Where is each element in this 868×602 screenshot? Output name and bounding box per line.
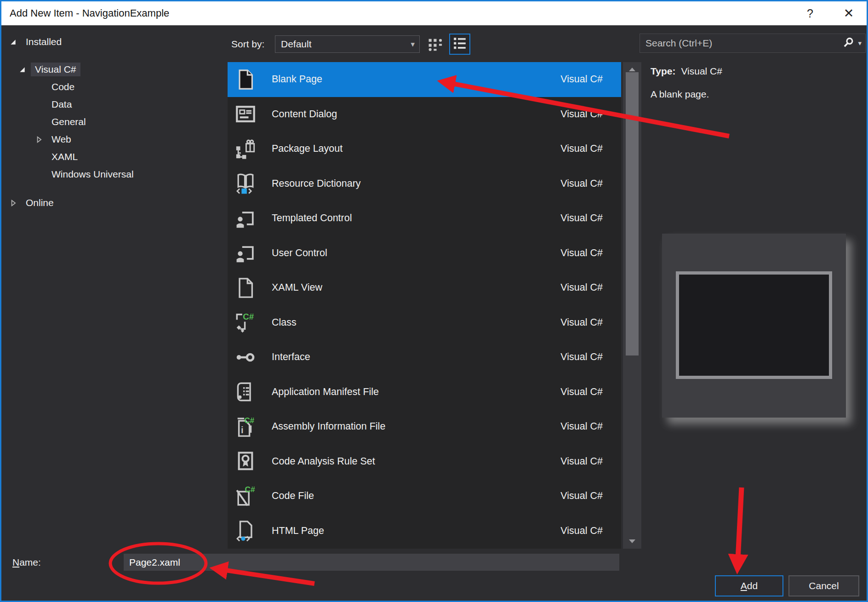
small-icons-view-icon — [428, 37, 444, 54]
tree-item-code[interactable]: Code — [1, 78, 227, 96]
content-dialog-icon — [235, 103, 256, 125]
type-label: Type: — [651, 66, 675, 76]
add-button[interactable]: Add — [715, 575, 783, 596]
template-item-name: Content Dialog — [272, 109, 337, 120]
template-item-name: Templated Control — [272, 212, 352, 224]
user-control-icon — [235, 242, 256, 264]
template-item-name: Code File — [272, 490, 314, 502]
list-view-button[interactable] — [449, 34, 470, 55]
annotation-arrow-name-field — [223, 570, 314, 584]
list-view-icon — [452, 36, 467, 52]
annotation-arrow-add-button — [738, 487, 742, 559]
help-button[interactable]: ? — [796, 1, 824, 25]
preview-page-frame — [676, 271, 832, 379]
add-new-item-dialog: Add New Item - NavigationExample ? ✕ Ins… — [0, 0, 868, 602]
template-item-type: Visual C# — [560, 212, 603, 224]
template-list: Blank Page Visual C# Content Dialog Visu… — [228, 62, 621, 549]
search-icon[interactable] — [843, 36, 855, 50]
tree-item-data[interactable]: Data — [1, 96, 227, 113]
tree-item-label: General — [47, 115, 90, 129]
vertical-scrollbar[interactable] — [623, 62, 641, 549]
template-item-name: Code Analysis Rule Set — [272, 456, 375, 467]
class-icon: C# — [235, 312, 256, 333]
search-box: ▾ — [640, 34, 866, 53]
type-value: Visual C# — [681, 66, 722, 76]
search-options-chevron-icon[interactable]: ▾ — [858, 39, 862, 47]
template-item-name: Application Manifest File — [272, 386, 379, 398]
tree-item-label: Code — [47, 80, 79, 94]
template-item-name: Resource Dictionary — [272, 178, 361, 189]
tree-item-label: Visual C# — [31, 63, 80, 76]
tree-item-general[interactable]: General — [1, 113, 227, 131]
template-preview-image — [662, 234, 846, 418]
template-item-type: Visual C# — [560, 109, 603, 120]
html-page-icon — [235, 520, 256, 541]
expander-icon[interactable] — [10, 200, 22, 206]
scroll-down-button[interactable] — [623, 536, 641, 547]
template-item-name: User Control — [272, 247, 327, 259]
template-item-name: Blank Page — [272, 74, 322, 85]
name-label: Name: — [12, 557, 41, 568]
cancel-button[interactable]: Cancel — [788, 575, 859, 596]
template-item-name: XAML View — [272, 282, 322, 293]
template-item-templated-control[interactable]: Templated Control Visual C# — [228, 201, 621, 236]
category-tree: Installed Visual C# Code Data General We… — [1, 27, 227, 545]
xaml-view-icon — [235, 277, 256, 298]
template-item-type: Visual C# — [560, 247, 603, 259]
name-input[interactable] — [124, 554, 619, 571]
sort-by-label: Sort by: — [231, 39, 264, 50]
template-item-class[interactable]: C# Class Visual C# — [228, 305, 621, 340]
interface-icon — [235, 347, 256, 368]
search-input[interactable] — [640, 37, 843, 49]
tree-item-windows-universal[interactable]: Windows Universal — [1, 166, 227, 183]
tree-item-installed[interactable]: Installed — [1, 33, 227, 51]
small-icons-view-button[interactable] — [426, 36, 445, 55]
svg-text:C#: C# — [244, 416, 254, 425]
template-item-type: Visual C# — [560, 143, 603, 155]
tree-item-label: Windows Universal — [47, 167, 138, 181]
template-item-xaml-view[interactable]: XAML View Visual C# — [228, 270, 621, 305]
template-item-content-dialog[interactable]: Content Dialog Visual C# — [228, 97, 621, 132]
template-item-name: Interface — [272, 351, 310, 363]
template-item-type: Visual C# — [560, 317, 603, 328]
expander-icon[interactable] — [35, 136, 47, 143]
package-layout-icon — [235, 138, 256, 160]
template-item-type: Visual C# — [560, 178, 603, 189]
template-item-type: Visual C# — [560, 282, 603, 293]
tree-item-label: Data — [47, 97, 76, 111]
template-item-html-page[interactable]: HTML Page Visual C# — [228, 514, 621, 549]
close-icon[interactable]: ✕ — [834, 1, 863, 25]
template-item-user-control[interactable]: User Control Visual C# — [228, 236, 621, 271]
template-item-assembly-info[interactable]: iC# Assembly Information File Visual C# — [228, 409, 621, 444]
template-item-code-analysis[interactable]: Code Analysis Rule Set Visual C# — [228, 444, 621, 479]
template-item-type: Visual C# — [560, 490, 603, 502]
template-item-code-file[interactable]: C# Code File Visual C# — [228, 479, 621, 514]
tree-item-label: Installed — [22, 35, 66, 49]
tree-item-web[interactable]: Web — [1, 131, 227, 148]
template-item-resource-dictionary[interactable]: Resource Dictionary Visual C# — [228, 166, 621, 201]
svg-text:C#: C# — [245, 486, 255, 494]
scrollbar-thumb[interactable] — [626, 72, 639, 355]
svg-text:i: i — [241, 425, 244, 435]
template-item-interface[interactable]: Interface Visual C# — [228, 340, 621, 375]
tree-item-label: XAML — [47, 150, 82, 164]
tree-item-online[interactable]: Online — [1, 194, 227, 212]
tree-item-visual-c-[interactable]: Visual C# — [1, 61, 227, 78]
template-item-package-layout[interactable]: Package Layout Visual C# — [228, 132, 621, 166]
template-description: A blank page. — [651, 89, 709, 100]
tree-item-label: Web — [47, 132, 75, 146]
resource-dictionary-icon — [235, 173, 256, 194]
template-item-blank-page[interactable]: Blank Page Visual C# — [228, 62, 621, 97]
expander-icon[interactable] — [19, 66, 31, 73]
tree-item-xaml[interactable]: XAML — [1, 148, 227, 166]
expander-icon[interactable] — [10, 39, 22, 46]
app-manifest-icon — [235, 381, 256, 402]
sort-dropdown[interactable]: Default ▾ — [275, 35, 420, 53]
template-item-app-manifest[interactable]: Application Manifest File Visual C# — [228, 375, 621, 410]
template-item-type: Visual C# — [560, 525, 603, 537]
titlebar: Add New Item - NavigationExample ? ✕ — [1, 1, 867, 25]
template-item-type: Visual C# — [560, 456, 603, 467]
template-item-type: Visual C# — [560, 74, 603, 85]
template-item-name: Package Layout — [272, 143, 343, 155]
svg-text:C#: C# — [243, 312, 254, 322]
